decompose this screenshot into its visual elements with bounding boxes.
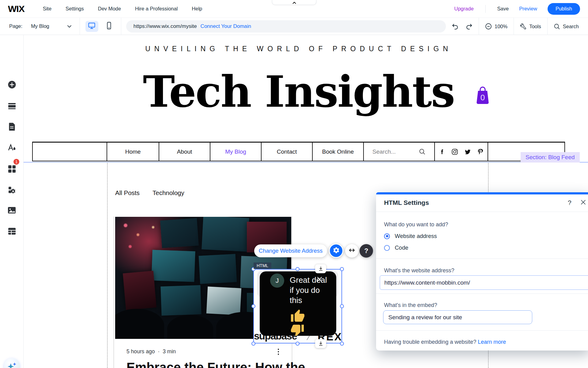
- stretch-handle-top-icon[interactable]: [315, 264, 326, 273]
- page-icon: [8, 123, 16, 132]
- menu-item-site[interactable]: Site: [43, 6, 51, 12]
- resize-handle-w[interactable]: [251, 304, 255, 308]
- panel-divider: [376, 259, 588, 259]
- stretch-width-button[interactable]: [345, 244, 359, 258]
- radio-option-website-address[interactable]: Website address: [384, 233, 437, 240]
- resize-handle-ne[interactable]: [340, 267, 344, 271]
- nav-item-my-blog[interactable]: My Blog: [210, 143, 262, 161]
- change-website-address-button[interactable]: Change Website Address: [254, 244, 327, 257]
- nav-item-about[interactable]: About: [159, 143, 210, 161]
- radio-unselected-icon[interactable]: [384, 245, 390, 251]
- stretch-handle-bottom-icon[interactable]: [315, 339, 326, 348]
- silhouette: [115, 309, 164, 339]
- help-button[interactable]: ?: [360, 244, 373, 258]
- resize-handle-n[interactable]: [296, 267, 300, 271]
- page-name: My Blog: [31, 23, 49, 29]
- panel-close-icon[interactable]: [581, 200, 586, 206]
- search-button[interactable]: Search: [548, 18, 588, 35]
- zoom-control[interactable]: 100%: [479, 18, 514, 35]
- blocks-gear-icon: [8, 186, 16, 195]
- learn-more-link[interactable]: Learn more: [478, 339, 506, 345]
- menu-item-help[interactable]: Help: [192, 6, 202, 12]
- blog-filter-technology[interactable]: Technology: [153, 189, 184, 197]
- page-selector[interactable]: Page: My Blog: [0, 23, 72, 29]
- instagram-icon[interactable]: [451, 148, 458, 155]
- twitter-icon[interactable]: [464, 148, 471, 155]
- blog-card-border-left: [114, 217, 114, 368]
- post-time: 5 hours ago: [126, 348, 155, 355]
- redo-icon[interactable]: [466, 23, 473, 29]
- upgrade-button[interactable]: Upgrade: [454, 6, 473, 12]
- thumbs-up-icon: [290, 309, 305, 325]
- site-search-field[interactable]: Search...: [364, 143, 435, 161]
- radio-selected-icon[interactable]: [384, 233, 390, 239]
- question-embed: What's in the embed?: [384, 302, 437, 309]
- question-add: What do you want to add?: [384, 221, 448, 228]
- html-settings-panel: HTML Settings ? What do you want to add?…: [376, 192, 588, 351]
- cms-button[interactable]: [0, 186, 24, 195]
- editor-sidebar: 1: [0, 35, 24, 368]
- menu-item-hire-a-professional[interactable]: Hire a Professional: [135, 6, 178, 12]
- search-icon: [554, 23, 560, 30]
- tools-label: Tools: [529, 24, 541, 29]
- nav-item-contact[interactable]: Contact: [262, 143, 313, 161]
- site-design-button[interactable]: [0, 144, 24, 153]
- section-tag[interactable]: Section: Blog Feed: [521, 152, 580, 163]
- embed-description-input[interactable]: [383, 310, 532, 324]
- blog-post-title[interactable]: Embrace the Future: How the: [126, 360, 433, 368]
- undo-icon[interactable]: [452, 23, 458, 29]
- kebab-menu-icon[interactable]: [274, 348, 282, 356]
- settings-gear-button[interactable]: [329, 243, 343, 258]
- divider: [485, 5, 486, 13]
- collapse-tab[interactable]: [272, 0, 316, 5]
- resize-handle-se[interactable]: [340, 342, 344, 346]
- site-nav-bar: Home About My Blog Contact Book Online S…: [32, 142, 565, 161]
- panel-footer: Having trouble embedding a website? Lear…: [384, 339, 506, 345]
- nav-item-home[interactable]: Home: [107, 143, 159, 161]
- resize-handle-s[interactable]: [296, 342, 300, 346]
- panel-title: HTML Settings: [384, 199, 429, 206]
- apps-grid-icon: [8, 165, 16, 174]
- menu-item-dev-mode[interactable]: Dev Mode: [98, 6, 121, 12]
- pinterest-icon[interactable]: [477, 148, 484, 155]
- mobile-view-button[interactable]: [103, 21, 115, 32]
- toolbar-right-controls: 100% Tools Search: [446, 18, 588, 35]
- bokeh-dot: [152, 226, 154, 228]
- theme-icon: [8, 144, 16, 153]
- radio-option-code[interactable]: Code: [384, 244, 408, 251]
- reviewer-avatar: J: [270, 274, 284, 288]
- screen-panel: [160, 285, 201, 316]
- notification-badge: 1: [13, 158, 20, 165]
- content-manager-button[interactable]: [0, 228, 24, 236]
- app-market-button[interactable]: [0, 165, 24, 174]
- save-button[interactable]: Save: [497, 6, 509, 12]
- menu-item-settings[interactable]: Settings: [66, 6, 84, 12]
- blog-post-meta: 5 hours ago · 3 min: [126, 348, 176, 355]
- tools-button[interactable]: Tools: [514, 18, 547, 35]
- preview-button[interactable]: Preview: [519, 6, 537, 12]
- nav-item-book-online[interactable]: Book Online: [313, 143, 364, 161]
- screen-panel: [123, 271, 156, 310]
- site-search-icon[interactable]: [419, 148, 426, 155]
- panel-help-icon[interactable]: ?: [568, 199, 571, 206]
- blog-filter-all-posts[interactable]: All Posts: [115, 189, 140, 197]
- add-element-button[interactable]: [0, 80, 24, 90]
- facebook-icon[interactable]: [439, 149, 445, 155]
- panel-divider: [376, 293, 588, 294]
- connect-domain-link[interactable]: Connect Your Domain: [201, 23, 251, 29]
- publish-button[interactable]: Publish: [548, 3, 580, 15]
- desktop-view-button[interactable]: [85, 21, 98, 32]
- wix-logo[interactable]: WIX: [8, 4, 24, 14]
- popup-close-icon[interactable]: [317, 276, 322, 283]
- media-button[interactable]: [0, 207, 24, 215]
- site-url-bar[interactable]: https://www.wix.com/mysite Connect Your …: [126, 20, 446, 33]
- add-section-button[interactable]: [0, 102, 24, 111]
- website-address-input[interactable]: [380, 275, 588, 290]
- resize-handle-e[interactable]: [340, 304, 344, 308]
- top-menu-items: Site Settings Dev Mode Hire a Profession…: [43, 6, 202, 12]
- cart-bag-icon[interactable]: 0: [475, 86, 490, 107]
- resize-handle-sw[interactable]: [251, 342, 255, 346]
- pages-menu-button[interactable]: [0, 123, 24, 132]
- ai-assistant-button[interactable]: [0, 358, 24, 368]
- review-popup[interactable]: J Great deal if you do this: [260, 271, 336, 336]
